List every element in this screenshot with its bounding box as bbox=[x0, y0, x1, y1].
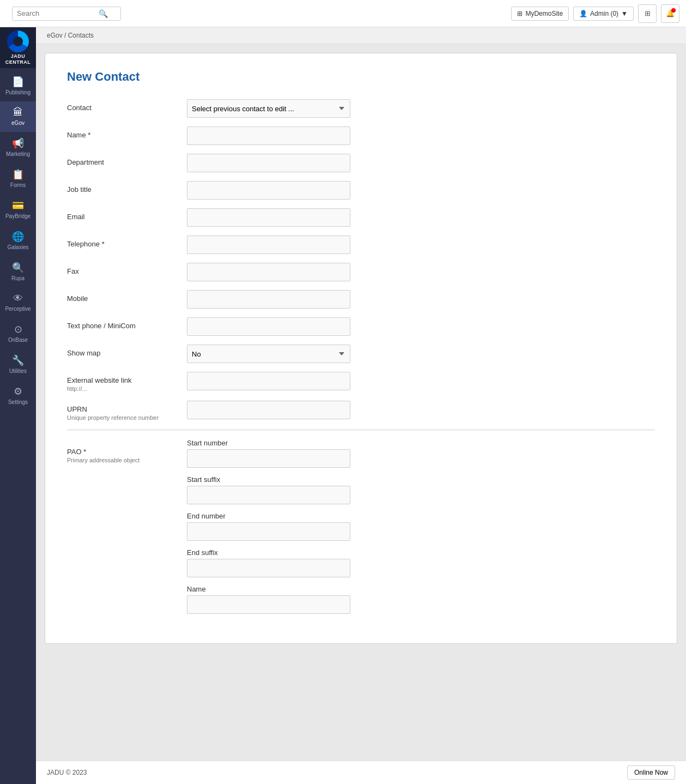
text-phone-row: Text phone / MiniCom bbox=[67, 317, 655, 336]
topbar: 🔍 ⊞ MyDemoSite 👤 Admin (0) ▼ ⊞ 🔔 bbox=[0, 0, 686, 27]
sidebar-item-egov[interactable]: 🏛 eGov bbox=[0, 101, 36, 132]
notification-dot bbox=[671, 8, 676, 13]
sidebar-item-rupa[interactable]: 🔍 Rupa bbox=[0, 256, 36, 287]
show-map-row: Show map No Yes bbox=[67, 345, 655, 363]
ext-website-row: External website link http://... bbox=[67, 372, 655, 392]
sidebar-item-perceptive[interactable]: 👁 Perceptive bbox=[0, 287, 36, 318]
main-content: New Contact Contact Select previous cont… bbox=[36, 44, 686, 761]
fax-row: Fax bbox=[67, 263, 655, 281]
pao-end-suffix-input[interactable] bbox=[187, 559, 350, 577]
pao-required-marker: * bbox=[83, 448, 86, 456]
pao-start-suffix-input[interactable] bbox=[187, 486, 350, 504]
name-input[interactable] bbox=[187, 126, 350, 145]
sidebar-item-label: Marketing bbox=[6, 151, 30, 158]
show-map-label: Show map bbox=[67, 345, 187, 357]
sidebar-item-label: Rupa bbox=[11, 275, 25, 282]
publishing-icon: 📄 bbox=[12, 76, 24, 88]
sidebar-item-label: Settings bbox=[8, 399, 28, 406]
telephone-row: Telephone * bbox=[67, 236, 655, 254]
fax-input[interactable] bbox=[187, 263, 350, 281]
text-phone-label: Text phone / MiniCom bbox=[67, 317, 187, 330]
sidebar-item-publishing[interactable]: 📄 Publishing bbox=[0, 70, 36, 101]
department-row: Department bbox=[67, 154, 655, 172]
demo-site-icon: ⊞ bbox=[517, 10, 523, 17]
breadcrumb: eGov / Contacts bbox=[36, 27, 686, 44]
job-title-input[interactable] bbox=[187, 181, 350, 200]
sidebar-item-label: Galaxies bbox=[8, 244, 29, 251]
breadcrumb-contacts: Contacts bbox=[68, 32, 94, 39]
sidebar-item-paybridge[interactable]: 💳 PayBridge bbox=[0, 194, 36, 225]
uprn-label: UPRN Unique property reference number bbox=[67, 401, 187, 421]
egov-icon: 🏛 bbox=[13, 107, 23, 118]
contact-label: Contact bbox=[67, 99, 187, 112]
onbase-icon: ⊙ bbox=[14, 323, 22, 335]
sidebar-item-label: Perceptive bbox=[5, 306, 31, 312]
contact-row: Contact Select previous contact to edit … bbox=[67, 99, 655, 118]
sidebar-item-label: Forms bbox=[10, 182, 26, 189]
sidebar-item-label: PayBridge bbox=[5, 213, 31, 220]
sidebar-item-label: Publishing bbox=[5, 89, 31, 96]
sidebar-item-settings[interactable]: ⚙ Settings bbox=[0, 380, 36, 411]
perceptive-icon: 👁 bbox=[13, 293, 23, 304]
ext-website-sublabel: http://... bbox=[67, 385, 187, 392]
mobile-input[interactable] bbox=[187, 290, 350, 309]
admin-icon: 👤 bbox=[579, 10, 587, 17]
pao-label-col: PAO * Primary addressable object bbox=[67, 439, 187, 463]
sidebar-item-utilities[interactable]: 🔧 Utilities bbox=[0, 349, 36, 380]
pao-start-number-input[interactable] bbox=[187, 449, 350, 468]
job-title-row: Job title bbox=[67, 181, 655, 200]
rupa-icon: 🔍 bbox=[12, 262, 24, 274]
section-divider bbox=[67, 430, 655, 430]
search-input[interactable] bbox=[17, 9, 99, 17]
pao-end-suffix-label: End suffix bbox=[187, 548, 655, 557]
email-label: Email bbox=[67, 208, 187, 221]
telephone-required-marker: * bbox=[102, 240, 105, 248]
my-demo-site-button[interactable]: ⊞ MyDemoSite bbox=[511, 7, 569, 21]
utilities-icon: 🔧 bbox=[12, 354, 24, 366]
logo-text: JADU CENTRAL bbox=[5, 53, 31, 65]
pao-end-number-input[interactable] bbox=[187, 522, 350, 541]
admin-label: Admin (0) bbox=[590, 10, 618, 17]
grid-icon-button[interactable]: ⊞ bbox=[638, 4, 657, 23]
email-input[interactable] bbox=[187, 208, 350, 227]
uprn-row: UPRN Unique property reference number bbox=[67, 401, 655, 421]
telephone-label: Telephone * bbox=[67, 236, 187, 248]
galaxies-icon: 🌐 bbox=[12, 231, 24, 243]
pao-label: PAO * Primary addressable object bbox=[67, 443, 187, 463]
sidebar-logo: JADU CENTRAL bbox=[0, 27, 36, 68]
telephone-input[interactable] bbox=[187, 236, 350, 254]
copyright: JADU © 2023 bbox=[47, 769, 87, 776]
online-now-button[interactable]: Online Now bbox=[627, 765, 675, 780]
ext-website-input[interactable] bbox=[187, 372, 350, 390]
admin-button[interactable]: 👤 Admin (0) ▼ bbox=[573, 7, 634, 21]
contact-select[interactable]: Select previous contact to edit ... bbox=[187, 99, 350, 118]
uprn-sublabel: Unique property reference number bbox=[67, 414, 187, 421]
search-icon[interactable]: 🔍 bbox=[99, 9, 108, 18]
pao-name-label: Name bbox=[187, 585, 655, 593]
pao-start-suffix-group: Start suffix bbox=[187, 475, 655, 504]
department-label: Department bbox=[67, 154, 187, 166]
show-map-select[interactable]: No Yes bbox=[187, 345, 350, 363]
pao-start-number-label: Start number bbox=[187, 439, 655, 447]
name-required-marker: * bbox=[88, 131, 90, 139]
marketing-icon: 📢 bbox=[12, 137, 24, 149]
job-title-label: Job title bbox=[67, 181, 187, 194]
fax-label: Fax bbox=[67, 263, 187, 275]
uprn-input[interactable] bbox=[187, 401, 350, 419]
text-phone-input[interactable] bbox=[187, 317, 350, 336]
sidebar-item-marketing[interactable]: 📢 Marketing bbox=[0, 132, 36, 163]
department-input[interactable] bbox=[187, 154, 350, 172]
sidebar-item-forms[interactable]: 📋 Forms bbox=[0, 163, 36, 194]
notifications-button[interactable]: 🔔 bbox=[661, 4, 679, 23]
pao-fields: Start number Start suffix End number bbox=[187, 439, 655, 622]
sidebar-item-onbase[interactable]: ⊙ OnBase bbox=[0, 318, 36, 349]
sidebar-item-galaxies[interactable]: 🌐 Galaxies bbox=[0, 225, 36, 256]
pao-start-suffix-label: Start suffix bbox=[187, 475, 655, 484]
breadcrumb-egov[interactable]: eGov bbox=[47, 32, 63, 39]
pao-start-number-group: Start number bbox=[187, 439, 655, 468]
mobile-label: Mobile bbox=[67, 290, 187, 303]
ext-website-label: External website link http://... bbox=[67, 372, 187, 392]
pao-name-input[interactable] bbox=[187, 595, 350, 614]
grid-icon: ⊞ bbox=[645, 9, 651, 17]
pao-end-number-label: End number bbox=[187, 512, 655, 520]
